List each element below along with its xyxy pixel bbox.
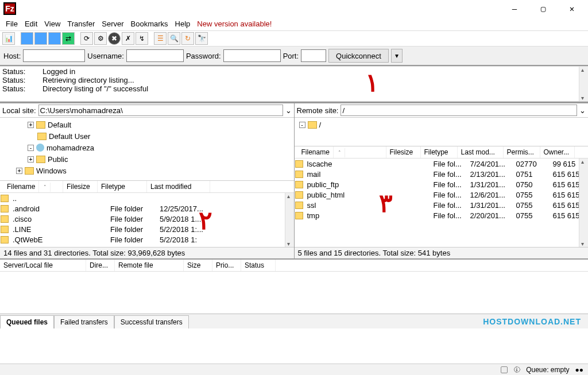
dropdown-icon[interactable]: ⌄ [579,106,586,115]
toggle-local-tree-icon[interactable] [34,32,47,45]
status-label: Status: [2,67,42,76]
file-row[interactable]: .QtWebEFile folder5/2/2018 1: [0,234,294,245]
quickconnect-button[interactable]: Quickconnect [328,49,389,63]
remote-site-input[interactable] [341,105,577,116]
col-filetype[interactable]: Filetype [421,146,458,158]
q-col-size[interactable]: Size [184,260,212,271]
tree-item[interactable]: Default User [28,130,294,142]
toggle-remote-tree-icon[interactable] [48,32,61,45]
cell: File fol... [430,211,467,220]
local-tree[interactable]: +DefaultDefault User-mohamadreza+Public+… [0,118,294,181]
quickconnect-dropdown[interactable]: ▾ [391,49,403,63]
file-row[interactable]: sslFile fol...1/31/201...0755615 615 [295,200,589,210]
maximize-button[interactable]: ▢ [531,1,556,17]
status-label: Status: [2,84,42,93]
expander-icon[interactable]: + [28,122,34,128]
col-filename[interactable]: Filename˄ [0,181,63,192]
scrollbar[interactable] [285,193,294,247]
file-row[interactable]: .LINEFile folder5/2/2018 1:... [0,224,294,234]
file-row[interactable]: .ciscoFile folder5/9/2018 1... [0,214,294,224]
filter-icon[interactable]: ☰ [154,32,167,45]
local-site-input[interactable] [38,105,283,116]
expander-icon[interactable]: + [28,156,34,163]
col-filesize[interactable]: Filesize [63,181,98,192]
scrollbar[interactable] [579,158,588,247]
tab-queued-files[interactable]: Queued files [0,315,54,328]
compare-icon[interactable]: ↻ [181,32,194,45]
col-modified[interactable]: Last mod... [458,146,504,158]
q-col-direction[interactable]: Dire... [86,260,115,271]
local-list-header: Filename˄ Filesize Filetype Last modifie… [0,181,294,193]
folder-icon [295,181,303,188]
tree-label: Public [48,155,68,164]
expander-icon[interactable]: + [16,168,22,174]
col-owner[interactable]: Owner... [540,146,575,158]
refresh-icon[interactable]: ⟳ [80,32,93,45]
col-modified[interactable]: Last modified [147,181,210,192]
username-input[interactable] [126,49,184,62]
local-file-list[interactable]: ...androidFile folder12/25/2017....cisco… [0,193,294,247]
scrollbar[interactable] [579,67,588,101]
close-button[interactable]: ✕ [559,1,585,17]
tree-item[interactable]: +Public [28,153,294,165]
menu-bookmarks[interactable]: Bookmarks [127,18,172,29]
q-col-remote[interactable]: Remote file [115,260,184,271]
cancel-icon[interactable]: ✖ [108,32,121,45]
dropdown-icon[interactable]: ⌄ [285,106,292,115]
col-permissions[interactable]: Permis... [504,146,540,158]
file-row[interactable]: .. [0,193,294,203]
tab-successful-transfers[interactable]: Successful transfers [114,315,189,328]
reconnect-icon[interactable]: ↯ [136,32,148,45]
q-col-server[interactable]: Server/Local file [0,260,86,271]
menu-help[interactable]: Help [172,18,194,29]
remote-site-label: Remote site: [297,106,339,115]
col-filename[interactable]: Filename˄ [295,146,386,158]
remote-file-list[interactable]: lscacheFile fol...7/24/201...0277099 615… [295,158,589,247]
file-row[interactable]: .androidFile folder12/25/2017... [0,203,294,214]
cell: 0755 [513,191,550,199]
tree-item[interactable]: +Windows [16,165,294,176]
remote-tree[interactable]: -/ [295,118,589,146]
toggle-log-icon[interactable] [21,32,33,45]
new-version-link[interactable]: New version available! [194,18,275,29]
password-input[interactable] [223,49,281,62]
menu-view[interactable]: View [41,18,64,29]
port-label: Port: [283,52,299,60]
toggle-queue-icon[interactable]: ⇄ [62,32,75,45]
file-row[interactable]: lscacheFile fol...7/24/201...0277099 615 [295,158,589,169]
port-input[interactable] [301,49,326,62]
cell: 7/24/201... [467,160,513,168]
process-queue-icon[interactable]: ⚙ [94,32,107,45]
col-filetype[interactable]: Filetype [98,181,147,192]
menu-server[interactable]: Server [98,18,127,29]
cell: tmp [304,211,396,220]
cell: .. [9,194,72,203]
lock-icon [501,366,508,373]
status-label: Status: [2,76,42,84]
file-row[interactable]: public_htmlFile fol...12/6/201...0755615… [295,190,589,200]
q-col-status[interactable]: Status [241,260,276,271]
menu-file[interactable]: File [2,18,21,29]
expander-icon[interactable]: - [28,145,34,151]
menu-transfer[interactable]: Transfer [64,18,98,29]
menu-edit[interactable]: Edit [21,18,41,29]
search-icon[interactable]: 🔍 [168,32,180,45]
binoculars-icon[interactable]: 🔭 [195,32,208,45]
cell: 5/2/2018 1: [156,235,219,244]
tree-item[interactable]: -mohamadreza [28,142,294,153]
tree-item[interactable]: +Default [28,119,294,130]
file-row[interactable]: public_ftpFile fol...1/31/201...0750615 … [295,179,589,190]
remote-panel: Remote site: ⌄ -/ Filename˄ Filesize Fil… [295,103,589,258]
q-col-priority[interactable]: Prio... [212,260,241,271]
site-manager-icon[interactable]: 📊 [2,32,15,45]
file-row[interactable]: mailFile fol...2/13/201...0751615 615 [295,169,589,179]
expander-icon[interactable]: - [299,122,305,128]
tree-item[interactable]: -/ [299,119,589,130]
host-input[interactable] [23,49,85,62]
tab-failed-transfers[interactable]: Failed transfers [54,315,114,328]
file-row[interactable]: tmpFile fol...2/20/201...0755615 615 [295,210,589,221]
titlebar: Fz — ▢ ✕ [0,0,588,17]
col-filesize[interactable]: Filesize [386,146,421,158]
minimize-button[interactable]: — [502,1,527,17]
disconnect-icon[interactable]: ✗ [122,32,134,45]
